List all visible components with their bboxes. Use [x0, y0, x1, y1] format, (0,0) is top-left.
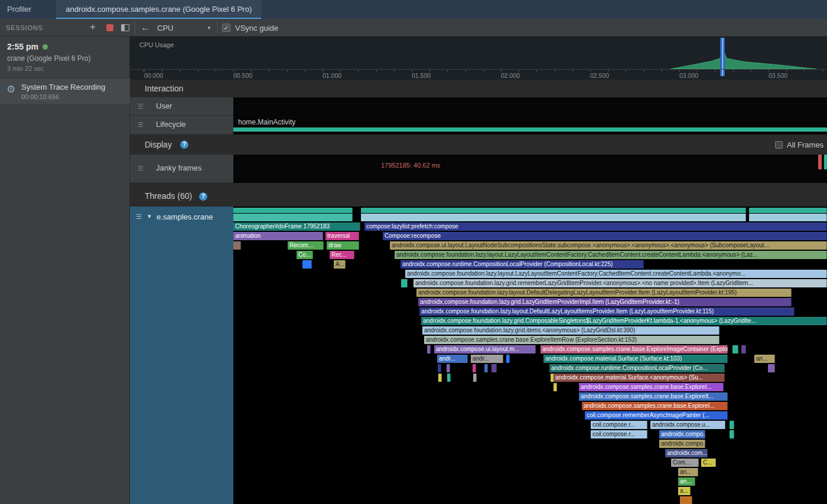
flame-bar[interactable]: Co...: [297, 251, 313, 259]
janky-row-label-cell[interactable]: ☰ Janky frames: [130, 155, 233, 183]
flame-bar[interactable]: androidx.compose.u...: [650, 421, 725, 429]
janky-frames-track[interactable]: 17952185: 40.62 ms: [233, 155, 827, 183]
flame-bar[interactable]: coil.compose.rememberAsyncImagePainter (…: [585, 411, 728, 420]
flame-bar[interactable]: androidx.compose.samples.crane.base.Expl…: [424, 336, 719, 344]
frame-ok-bar[interactable]: [824, 155, 827, 169]
flame-bar[interactable]: coil.compose.r...: [591, 430, 647, 438]
flame-bar[interactable]: androidx.compose.foundation.lazy.layout.…: [395, 251, 827, 259]
flame-bar[interactable]: [233, 208, 353, 213]
flame-bar[interactable]: A...: [334, 260, 346, 269]
flame-bar[interactable]: Compose:recompose: [383, 232, 827, 240]
flame-bar[interactable]: Com...: [671, 459, 699, 467]
flame-bar[interactable]: androidx.compose.foundation.lazy.layout.…: [416, 289, 792, 297]
flame-bar[interactable]: andr...: [437, 355, 468, 363]
flame-bar[interactable]: androidx.compose.material.Surface.<anony…: [553, 374, 725, 382]
chevron-down-icon[interactable]: ▾: [148, 212, 151, 220]
activity-lifetime-bar[interactable]: [233, 127, 827, 132]
session-entry[interactable]: 2:55 pm crane (Google Pixel 6 Pro) 3 min…: [0, 37, 130, 77]
flame-bar[interactable]: Rec...: [330, 251, 354, 259]
flame-bar[interactable]: androidx.compose.samples.crane.base.Expl…: [582, 402, 728, 410]
flame-bar[interactable]: an...: [754, 355, 775, 363]
flame-bar[interactable]: androidx.compose.runtime.CompositionLoca…: [549, 364, 725, 372]
flame-bar[interactable]: an...: [678, 468, 698, 476]
flame-bar[interactable]: [361, 208, 746, 213]
flame-bar[interactable]: androidx.com...: [665, 449, 708, 457]
flame-bar[interactable]: coil.compose.r...: [591, 421, 647, 429]
recording-entry[interactable]: ⚙ System Trace Recording 00:00:10.656: [0, 78, 130, 104]
flame-bar[interactable]: [473, 374, 477, 382]
back-button[interactable]: ←: [141, 19, 150, 36]
flame-bar[interactable]: androidx.compose.foundation.lazy.grid.La…: [418, 298, 792, 306]
flame-bar[interactable]: animation: [233, 232, 323, 240]
drag-handle-icon[interactable]: ☰: [138, 121, 144, 129]
flame-bar[interactable]: [473, 364, 476, 372]
all-frames-checkbox[interactable]: [775, 141, 783, 149]
drag-handle-icon[interactable]: ☰: [138, 165, 144, 172]
user-row-label-cell[interactable]: ☰ User: [130, 97, 233, 116]
flame-bar[interactable]: androidx.compose.foundation.lazy.layout.…: [405, 270, 827, 278]
thread-row-label-cell[interactable]: ☰ ▾ e.samples.crane: [130, 207, 233, 504]
flame-bar[interactable]: androidx.compo...: [659, 430, 705, 438]
drag-handle-icon[interactable]: ☰: [136, 213, 142, 221]
flame-bar[interactable]: [741, 345, 746, 354]
flame-bar[interactable]: [401, 279, 408, 287]
flame-bar[interactable]: [447, 374, 451, 382]
profiler-type-dropdown[interactable]: CPU ▼: [157, 19, 211, 37]
flame-bar[interactable]: [730, 421, 734, 429]
flame-bar[interactable]: [506, 355, 510, 363]
flame-bar[interactable]: [491, 364, 497, 372]
flame-bar[interactable]: androidx.compose.samples.crane.base.Expl…: [579, 383, 724, 391]
flame-bar[interactable]: androidx.compose.ui.layout.m...: [434, 345, 536, 354]
help-icon[interactable]: [180, 140, 188, 149]
flame-bar[interactable]: traversal: [325, 232, 359, 240]
flame-chart[interactable]: Choreographer#doFrame 17952183compose:la…: [233, 207, 827, 504]
flame-bar[interactable]: [732, 345, 738, 354]
flame-bar[interactable]: androidx.compose.foundation.lazy.grid.it…: [422, 326, 719, 335]
flame-bar[interactable]: [361, 214, 746, 221]
flame-bar[interactable]: a...: [678, 487, 691, 495]
flame-bar[interactable]: androidx.compose.foundation.lazy.grid.Co…: [421, 317, 827, 325]
flame-bar[interactable]: [427, 345, 431, 354]
drag-handle-icon[interactable]: ☰: [138, 103, 144, 110]
flame-bar[interactable]: compose:lazylist:prefetch:compose: [364, 222, 827, 231]
help-icon[interactable]: [199, 192, 207, 201]
flame-bar[interactable]: andr...: [471, 355, 503, 363]
flame-bar[interactable]: [749, 214, 827, 221]
flame-bar[interactable]: Recom...: [288, 241, 324, 250]
flame-bar[interactable]: androidx.compose.foundation.lazy.grid.re…: [414, 279, 827, 287]
flame-bar[interactable]: [484, 364, 488, 372]
ruler-tick-label: 01.000: [323, 72, 341, 79]
tab-session[interactable]: androidx.compose.samples.crane (Google P…: [56, 0, 261, 19]
lifecycle-row-label-cell[interactable]: ☰ Lifecycle: [130, 116, 233, 135]
flame-bar[interactable]: [749, 208, 827, 213]
flame-bar[interactable]: [438, 374, 442, 382]
flame-bar[interactable]: androidx.compose.material.Surface (Surfa…: [543, 355, 728, 363]
flame-bar[interactable]: androidx.compose.samples.crane.base.Expl…: [541, 345, 728, 354]
vsync-checkbox[interactable]: ✓: [222, 24, 230, 32]
flame-bar[interactable]: [768, 364, 775, 372]
flame-bar[interactable]: Choreographer#doFrame 17952183: [233, 222, 360, 231]
collapse-panel-icon[interactable]: [121, 24, 129, 31]
add-session-button[interactable]: +: [87, 19, 98, 35]
user-track[interactable]: [233, 97, 827, 116]
flame-bar[interactable]: [553, 383, 557, 391]
flame-bar[interactable]: [438, 364, 441, 372]
stop-recording-button[interactable]: [106, 24, 113, 31]
flame-bar[interactable]: androidx.compo...: [659, 440, 705, 448]
flame-bar[interactable]: [233, 241, 241, 250]
flame-bar[interactable]: [447, 364, 450, 372]
flame-bar[interactable]: androidx.compose.ui.layout.LayoutNodeSub…: [390, 241, 827, 250]
flame-bar[interactable]: [730, 430, 734, 438]
flame-bar[interactable]: androidx.compose.samples.crane.base.Expl…: [579, 392, 728, 401]
flame-bar[interactable]: draw: [327, 241, 359, 250]
flame-bar[interactable]: [302, 260, 312, 269]
flame-bar[interactable]: [233, 214, 353, 221]
timeline-ruler[interactable]: 00.00000.50001.00001.50002.00002.50003.0…: [130, 69, 827, 80]
janky-frame-bar[interactable]: [818, 155, 822, 169]
cpu-usage-chart[interactable]: CPU Usage 00.00000.50001.00001.50002.000…: [130, 37, 827, 80]
flame-bar[interactable]: C...: [701, 459, 716, 467]
flame-bar[interactable]: an...: [678, 477, 695, 486]
lifecycle-track[interactable]: home.MainActivity: [233, 116, 827, 135]
flame-bar[interactable]: androidx.compose.runtime.CompositionLoca…: [401, 260, 644, 269]
flame-bar[interactable]: androidx.compose.foundation.lazy.layout.…: [419, 307, 795, 316]
